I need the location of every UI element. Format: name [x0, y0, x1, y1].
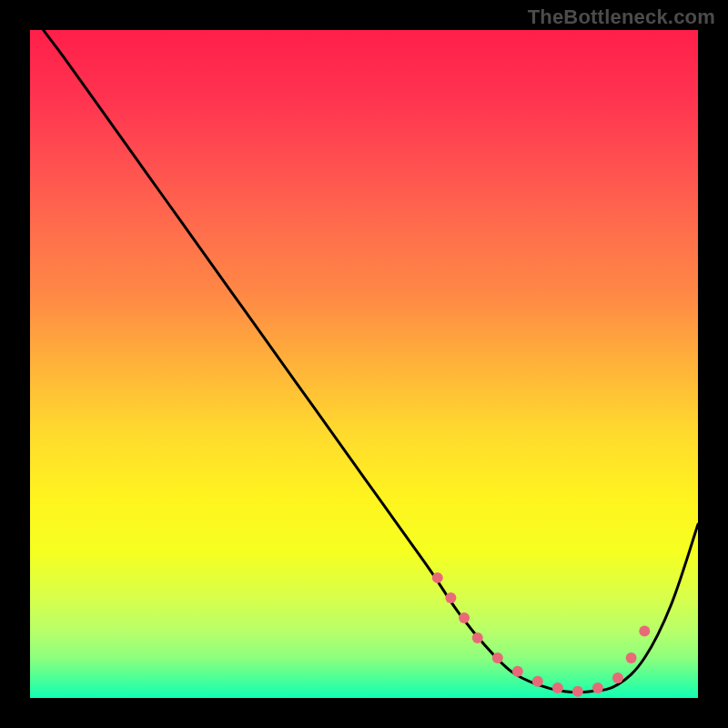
marker-point [445, 592, 456, 603]
marker-point [612, 672, 623, 683]
marker-point [492, 652, 503, 663]
marker-point [639, 626, 650, 637]
marker-point [459, 612, 470, 623]
marker-point [592, 682, 603, 693]
chart-container: TheBottleneck.com [0, 0, 728, 728]
plot-background [30, 30, 698, 698]
marker-point [432, 572, 443, 583]
marker-point [512, 666, 523, 677]
watermark-text: TheBottleneck.com [528, 5, 715, 29]
bottleneck-chart [0, 0, 728, 728]
marker-point [552, 682, 563, 693]
marker-point [532, 676, 543, 687]
marker-point [472, 632, 483, 643]
marker-point [572, 686, 583, 697]
marker-point [626, 652, 637, 663]
